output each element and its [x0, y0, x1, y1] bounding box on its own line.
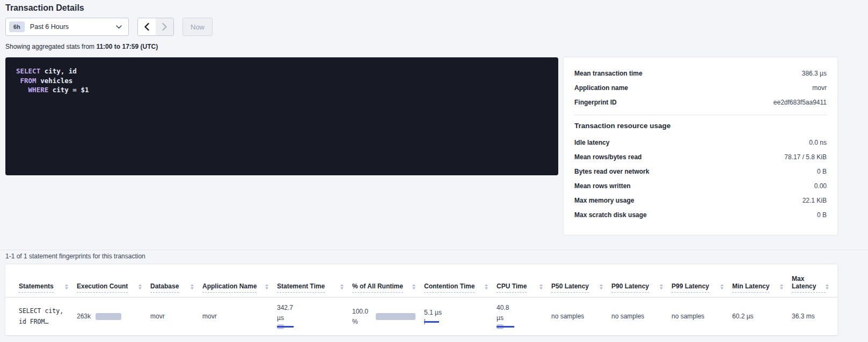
pct-runtime-value: 100.0 — [352, 308, 368, 316]
p50-latency-value: no samples — [551, 313, 584, 320]
resource-label: Bytes read over network — [574, 168, 649, 175]
resource-row-mean-rows-written: Mean rows written 0.00 — [574, 179, 827, 193]
summary-row-mean-transaction-time: Mean transaction time 386.3 µs — [574, 66, 827, 80]
column-label: % of All Runtime — [352, 282, 403, 293]
sort-icon — [720, 284, 724, 293]
resource-value: 0 B — [817, 211, 827, 219]
time-range-badge: 6h — [9, 21, 25, 32]
sql-text: city = $1 — [48, 86, 89, 94]
sql-text: city, id — [40, 67, 77, 75]
sort-icon — [485, 284, 488, 293]
sql-statement-text: SELECT city, id FROM vehicles WHERE city… — [16, 66, 548, 95]
column-header-p50-latency[interactable]: P50 Latency — [551, 282, 611, 293]
statement-link[interactable]: SELECT city, id FROM… — [19, 306, 77, 327]
statement-text-line1: SELECT city, — [19, 306, 77, 316]
p90-latency-value: no samples — [611, 313, 644, 320]
next-time-range-button[interactable] — [156, 18, 173, 35]
column-label: Execution Count — [77, 282, 128, 293]
cpu-time-cell: 40.8 µs — [497, 304, 551, 329]
time-range-dropdown[interactable]: 6h Past 6 Hours — [5, 18, 129, 36]
resource-label: Mean rows/bytes read — [574, 153, 641, 161]
sort-icon — [65, 284, 68, 293]
execution-count-value: 263k — [77, 313, 91, 320]
sql-keyword: FROM — [16, 77, 37, 85]
column-label: P99 Latency — [672, 282, 709, 293]
sort-icon — [600, 284, 603, 293]
p99-latency-value: no samples — [672, 313, 704, 320]
max-latency-value: 36.3 ms — [792, 313, 815, 320]
section-divider — [0, 250, 868, 250]
time-range-arrows — [137, 18, 174, 36]
resource-row-idle-latency: Idle latency 0.0 ns — [574, 135, 827, 150]
sql-keyword: SELECT — [16, 67, 40, 75]
summary-row-fingerprint-id: Fingerprint ID ee2df683f5aa9411 — [574, 95, 827, 109]
summary-divider — [574, 115, 827, 115]
column-header-statements[interactable]: Statements — [19, 282, 77, 293]
column-label: Database — [150, 282, 179, 293]
resource-value: 22.1 KiB — [803, 197, 827, 204]
statement-text-line2: id FROM… — [19, 316, 77, 327]
statement-time-value: 342.7 — [277, 304, 352, 312]
resource-value: 0.0 ns — [809, 139, 827, 146]
sort-icon — [412, 284, 415, 293]
previous-time-range-button[interactable] — [138, 18, 156, 35]
sort-icon — [660, 284, 663, 293]
stats-note-range: 11:00 to 17:59 (UTC) — [96, 43, 158, 50]
resource-label: Max scratch disk usage — [574, 211, 647, 219]
cpu-time-unit: µs — [497, 315, 551, 321]
column-label: P90 Latency — [611, 282, 649, 293]
transaction-summary-panel: Mean transaction time 386.3 µs Applicati… — [564, 57, 837, 235]
column-header-cpu-time[interactable]: CPU Time — [497, 282, 551, 293]
sql-text: vehicles — [37, 77, 73, 85]
sort-icon — [826, 284, 829, 293]
application-name-value: movr — [202, 313, 217, 320]
column-label: Contention Time — [424, 282, 475, 293]
sort-icon — [780, 284, 783, 293]
column-header-contention-time[interactable]: Contention Time — [424, 282, 497, 293]
statement-time-bar-chart — [277, 324, 301, 329]
column-label: CPU Time — [497, 282, 527, 293]
transaction-sql-box: SELECT city, id FROM vehicles WHERE city… — [5, 57, 558, 175]
now-button[interactable]: Now — [183, 18, 213, 36]
column-header-p99-latency[interactable]: P99 Latency — [672, 282, 732, 293]
column-header-execution-count[interactable]: Execution Count — [77, 282, 150, 293]
column-header-max-latency[interactable]: Max Latency — [792, 275, 837, 293]
resource-value: 0 B — [817, 168, 827, 175]
column-label: Statements — [19, 282, 54, 293]
sort-icon — [265, 284, 268, 293]
statements-table-header-row: Statements Execution Count Database Appl… — [5, 264, 837, 298]
summary-row-application-name: Application name movr — [574, 80, 827, 95]
cpu-time-value: 40.8 — [497, 304, 551, 312]
resource-label: Mean rows written — [574, 182, 631, 190]
stats-note-prefix: Showing aggregated stats from — [5, 43, 96, 50]
resource-row-mean-rows-bytes-read: Mean rows/bytes read 78.17 / 5.8 KiB — [574, 150, 827, 164]
column-header-application-name[interactable]: Application Name — [202, 282, 277, 293]
column-header-p90-latency[interactable]: P90 Latency — [611, 282, 672, 293]
pct-runtime-unit: % — [352, 318, 368, 325]
column-header-pct-of-all-runtime[interactable]: % of All Runtime — [352, 282, 424, 293]
statement-time-unit: µs — [277, 315, 352, 321]
resource-label: Max memory usage — [574, 197, 634, 204]
column-header-min-latency[interactable]: Min Latency — [732, 282, 792, 293]
execution-count-cell: 263k — [77, 313, 150, 320]
contention-time-cell: 5.1 µs — [424, 309, 497, 324]
resource-label: Idle latency — [574, 139, 609, 146]
pct-runtime-bar — [376, 313, 415, 320]
statements-table-card: Statements Execution Count Database Appl… — [5, 264, 837, 336]
column-header-statement-time[interactable]: Statement Time — [277, 282, 352, 293]
resource-value: 0.00 — [814, 182, 827, 190]
sort-icon — [539, 284, 543, 293]
resource-row-max-scratch-disk-usage: Max scratch disk usage 0 B — [574, 207, 827, 222]
resource-value: 78.17 / 5.8 KiB — [784, 153, 827, 161]
sql-keyword: WHERE — [16, 86, 48, 94]
summary-value: movr — [812, 84, 827, 92]
column-header-database[interactable]: Database — [150, 282, 202, 293]
summary-label: Mean transaction time — [574, 70, 643, 77]
resource-row-max-memory-usage: Max memory usage 22.1 KiB — [574, 193, 827, 207]
chevron-down-icon — [116, 25, 122, 29]
summary-label: Fingerprint ID — [574, 99, 617, 106]
database-value: movr — [150, 313, 165, 320]
summary-label: Application name — [574, 84, 628, 92]
statements-table: Statements Execution Count Database Appl… — [5, 264, 837, 336]
contention-time-value: 5.1 µs — [424, 309, 497, 316]
